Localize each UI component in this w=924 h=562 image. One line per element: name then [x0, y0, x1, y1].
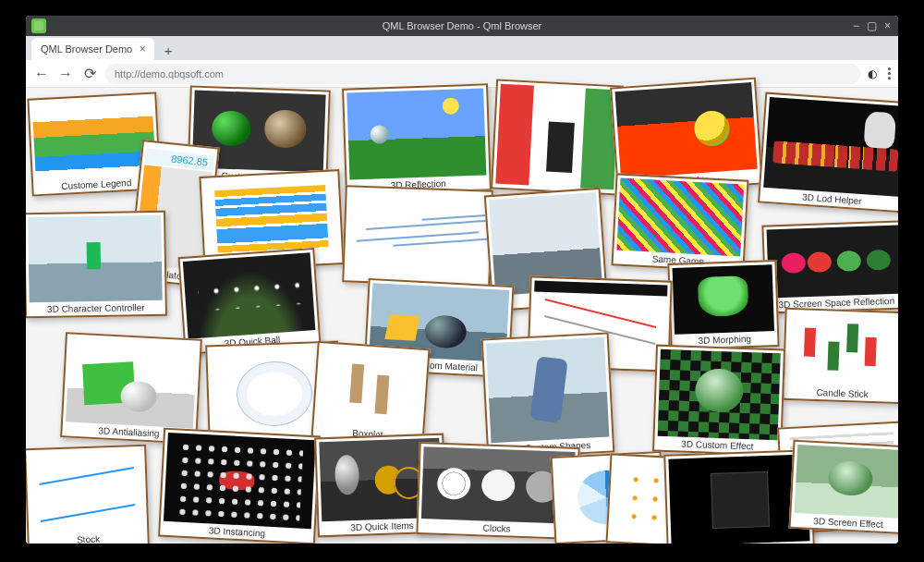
- thumb-dark-icon: [668, 454, 809, 544]
- card-room[interactable]: [491, 79, 624, 195]
- back-button[interactable]: ←: [33, 66, 50, 82]
- tab-close-icon[interactable]: ×: [136, 43, 149, 55]
- card-custom-effect[interactable]: 3D Custom Effect: [652, 345, 785, 457]
- thumb-character-icon: [28, 215, 163, 302]
- card-instancing[interactable]: 3D Instancing: [158, 428, 321, 544]
- window-close-icon[interactable]: ×: [884, 19, 891, 32]
- thumb-line-chart-icon: [346, 189, 488, 281]
- card-line-chart[interactable]: [342, 185, 493, 287]
- card-same-game[interactable]: Same Game: [611, 173, 748, 272]
- thumb-antialias-icon: [66, 336, 198, 428]
- thumb-teapot-icon: [614, 82, 757, 178]
- tab-label: QML Browser Demo: [41, 43, 132, 55]
- window-minimize-icon[interactable]: −: [853, 19, 859, 32]
- thumb-screen-effect-icon: [794, 445, 898, 519]
- window-maximize-icon[interactable]: ▢: [867, 19, 877, 32]
- forward-button[interactable]: →: [57, 66, 74, 82]
- page-info-icon[interactable]: ◐: [868, 67, 877, 80]
- thumb-grid-icon: [616, 178, 744, 257]
- app-window: QML Browser Demo - Qml Browser − ▢ × QML…: [26, 16, 898, 544]
- browser-tab[interactable]: QML Browser Demo ×: [31, 38, 154, 60]
- reload-button[interactable]: ⟳: [81, 66, 98, 82]
- new-tab-button[interactable]: +: [158, 40, 178, 60]
- thumb-quickball-icon: [183, 252, 316, 338]
- card-custom-shapes[interactable]: 3D Custom Shapes: [481, 332, 615, 458]
- thumb-candle-icon: [787, 312, 898, 388]
- card-morphing[interactable]: 3D Morphing: [667, 260, 779, 350]
- card-reflection[interactable]: 3D Reflection: [342, 83, 492, 195]
- thumb-custom-shapes-icon: [486, 337, 609, 444]
- title-bar[interactable]: QML Browser Demo - Qml Browser − ▢ ×: [26, 16, 898, 36]
- card-character-controller[interactable]: 3D Character Controller: [26, 211, 167, 319]
- card-ssr[interactable]: 3D Screen Space Reflection: [761, 220, 898, 313]
- thumb-area-chart-icon: [32, 97, 156, 181]
- card-stock[interactable]: Stock: [26, 445, 150, 544]
- thumb-ssr-icon: [767, 225, 898, 298]
- thumb-lod-icon: [763, 97, 898, 197]
- card-antialias[interactable]: 3D Antialiasing: [60, 332, 202, 445]
- kebab-menu-icon[interactable]: [888, 67, 891, 79]
- demo-canvas[interactable]: Custome Legend Custom Materials 3D Refle…: [26, 88, 898, 544]
- card-lod-helper[interactable]: 3D Lod Helper: [758, 92, 898, 214]
- url-text: http://demo.qbqsoft.com: [115, 68, 224, 79]
- thumb-stock-icon: [29, 449, 144, 534]
- app-icon: [31, 18, 46, 33]
- thumb-reflection-icon: [346, 88, 486, 179]
- caption: 3D Character Controller: [30, 300, 163, 316]
- thumb-boxplot-icon: [317, 346, 426, 431]
- tab-strip: QML Browser Demo × +: [26, 36, 898, 60]
- thumb-morphing-icon: [673, 264, 774, 335]
- card-screen-effect[interactable]: 3D Screen Effect: [789, 440, 898, 535]
- thumb-instancing-icon: [164, 433, 316, 529]
- thumb-cornell-box-icon: [495, 84, 618, 190]
- card-boxplot[interactable]: Boxplot: [310, 341, 430, 446]
- card-candle[interactable]: Candle Stick: [782, 308, 898, 404]
- window-title: QML Browser Demo - Qml Browser: [26, 20, 898, 31]
- thumb-custom-effect-icon: [658, 349, 781, 440]
